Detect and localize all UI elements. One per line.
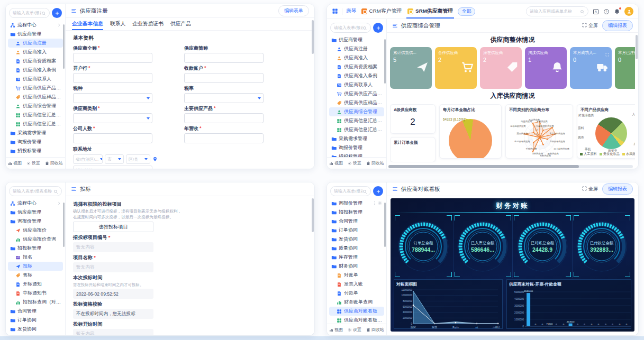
edit-report-button[interactable]: 编辑报表 — [602, 20, 633, 31]
menu-icon[interactable] — [392, 23, 398, 29]
input-供应商全称[interactable] — [73, 53, 152, 63]
stat-card-合作供应商[interactable]: 合作供应商 2 — [435, 47, 477, 89]
sidebar-item[interactable]: 供应商信息汇总（对... — [8, 120, 63, 128]
input-开户行[interactable] — [73, 73, 152, 83]
field-招投标项目编号[interactable]: 暂无内容 — [73, 242, 153, 252]
sidebar-item[interactable]: 供应商注册 — [329, 44, 384, 53]
field-投标开始时间[interactable]: 暂无内容 — [73, 329, 153, 335]
chart-card-category-radar[interactable]: 不同类别的供应商分布 0.250.50.751五金供应商木材供应商塑料原料供应商… — [505, 104, 573, 159]
sidebar-item[interactable]: 供应商供应样品管理 — [8, 93, 63, 102]
sidebar-scrollbar[interactable] — [384, 39, 386, 84]
sidebar-item[interactable]: 库存管理 — [329, 253, 384, 262]
select-省/自治区/...[interactable]: 省/自治区/... — [73, 154, 103, 164]
stat-card-累计供货供...[interactable]: 累计供货供... 5 — [390, 47, 432, 89]
sidebar-item[interactable]: 供应商综合管理 — [8, 102, 63, 111]
sidebar-item[interactable]: 中标通知书 — [8, 289, 63, 298]
sidebar-item[interactable]: 供应商准入条例 — [8, 66, 63, 75]
menu-icon[interactable] — [392, 186, 398, 192]
translate-icon[interactable]: A — [593, 8, 599, 15]
sidebar-item[interactable]: 供应商联系人 — [329, 80, 384, 89]
sidebar-item[interactable]: 供应商综合管理 — [329, 107, 384, 116]
sidebar-item[interactable]: 供应商管理 — [329, 35, 384, 44]
sidebar-item[interactable]: 投标 — [8, 262, 63, 271]
global-search-input[interactable]: 请输入应用或表单名称 — [526, 6, 588, 16]
sidebar-item[interactable]: 质量协同 — [329, 244, 384, 253]
sidebar-scrollbar[interactable] — [63, 203, 65, 247]
add-button[interactable] — [52, 8, 62, 18]
select-税率[interactable] — [184, 93, 264, 103]
sidebar-item[interactable]: 发票入账 — [329, 280, 384, 289]
sidebar-item[interactable]: 订单协同 — [329, 226, 384, 235]
sidebar-scrollbar[interactable] — [384, 203, 386, 247]
fullscreen-button[interactable]: 全屏 — [582, 186, 598, 192]
select-税种[interactable] — [73, 93, 152, 103]
sidebar-item[interactable]: 开标通知 — [8, 280, 63, 289]
sidebar-item[interactable]: 供应商供应产品管理 — [329, 89, 384, 98]
select-bid-project-button[interactable]: 选择投标项目 — [73, 222, 153, 232]
stat-card-潜在供应商[interactable]: 潜在供应商 2 — [480, 47, 522, 89]
sidebar-item[interactable]: 供应商资质档案 — [8, 57, 63, 66]
tab-企业资质证书[interactable]: 企业资质证书 — [132, 18, 164, 30]
sidebar-item[interactable]: 供应商资质档案 — [329, 62, 384, 71]
tab-企业基本信息[interactable]: 企业基本信息 — [72, 18, 103, 30]
footer-gear-button[interactable]: 设置 — [348, 160, 361, 166]
chart-card-monthly-order-pie[interactable]: 每月订单金额占比 64323 (8.16%) — [439, 104, 502, 159]
all-apps-pill[interactable]: 全部 — [458, 7, 476, 16]
apps-grid-icon[interactable] — [332, 7, 338, 16]
footer-trash-button[interactable]: 回收站 — [366, 327, 384, 333]
sidebar-item[interactable]: 报名 — [8, 253, 63, 262]
app-tab-CRM客户管理[interactable]: CRM客户管理 — [360, 4, 403, 19]
add-button[interactable] — [373, 23, 383, 33]
stat-card-淘汰供应商[interactable]: 淘汰供应商 1 — [525, 47, 567, 89]
sidebar-item[interactable]: 流程中心 — [8, 199, 63, 208]
sidebar-item[interactable]: 招投标管理 — [8, 146, 63, 155]
footer-gear-button[interactable]: 设置 — [348, 327, 361, 333]
more-icon[interactable] — [373, 201, 377, 206]
stat-card-本月已注册...[interactable]: 本月已注册... 0 — [615, 47, 635, 89]
chart-card-unreconciled-bar[interactable]: 供应商未对账-开票-付款金额 0 1000000 2000000 3000000… — [506, 279, 631, 329]
sidebar-search-input[interactable]: 请输入表单/报表名称 — [330, 23, 371, 33]
sidebar-item[interactable]: 供应商信息汇总查询 — [329, 116, 384, 125]
sidebar-item[interactable]: 流程中心 — [8, 21, 63, 30]
sidebar-item[interactable]: 供应商管理 — [8, 30, 63, 39]
tab-联系人[interactable]: 联系人 — [110, 18, 125, 30]
sidebar-item[interactable]: 供应商报价 — [8, 226, 63, 235]
sidebar-item[interactable]: 询报价管理 — [8, 137, 63, 146]
gauge-已入库总金额[interactable]: 已入库总金额 586646... — [453, 214, 513, 278]
gear-icon[interactable] — [378, 201, 382, 206]
sidebar-item[interactable]: 供应商注册 — [8, 39, 63, 48]
input-年营收[interactable] — [184, 133, 264, 143]
sidebar-item[interactable]: 招投标管理 — [329, 208, 384, 217]
edit-form-button[interactable]: 编辑表单 — [278, 5, 309, 16]
horizontal-scrollbar[interactable] — [388, 165, 633, 168]
select-供应商类别[interactable] — [73, 113, 152, 123]
sidebar-search-input[interactable]: 请输入表单/报表名称 — [330, 186, 371, 196]
stat-card-本月成功入...[interactable]: 本月成功入... 0 — [570, 47, 612, 89]
input-detail-address[interactable]: 详细地址 — [73, 166, 152, 169]
sidebar-item[interactable]: 供应商准入 — [329, 53, 384, 62]
sidebar-item[interactable]: 供应商联系人 — [8, 75, 63, 84]
sidebar-item[interactable]: 采购需求管理 — [329, 134, 384, 143]
footer-trash-button[interactable]: 回收站 — [366, 160, 384, 166]
chart-card-reconciliation-area[interactable]: 对账面积图 0 2000000 4000000 6000000 8000000 … — [394, 279, 503, 329]
gauge-已对账总金额[interactable]: 已对账总金额 24428.9 — [513, 214, 573, 278]
footer-chart-button[interactable]: 视图 — [329, 327, 343, 333]
sidebar-item[interactable]: 供应商准入条例 — [329, 71, 384, 80]
sidebar-item[interactable]: 订单协同 — [8, 316, 63, 325]
workspace-name[interactable]: 康琴 — [346, 8, 357, 15]
sidebar-item[interactable]: 财务协同 — [329, 262, 384, 271]
sidebar-item[interactable]: 供应商供应产品管理 — [8, 84, 63, 93]
sidebar-item[interactable]: 询报价管理 — [329, 199, 384, 208]
input-收款账户[interactable] — [184, 73, 264, 83]
sidebar-item[interactable]: 供应商信息汇总查询 — [8, 111, 63, 120]
sidebar-item[interactable]: 发货协同 — [329, 235, 384, 244]
footer-gear-button[interactable]: 设置 — [26, 160, 40, 166]
input-主要供应产品[interactable] — [184, 113, 264, 123]
chart-card-product-pie[interactable]: 不同产品供应商 鲜花绿植类人工原料原料肉类手机蔬菜类水果类人工原料美妆化妆品水果… — [577, 104, 635, 159]
footer-chart-button[interactable]: 视图 — [329, 160, 343, 166]
footer-chart-button[interactable]: 视图 — [8, 160, 22, 166]
main-scrollbar[interactable] — [312, 198, 314, 232]
sidebar-item[interactable]: 发货协同 — [8, 325, 63, 334]
main-scrollbar[interactable] — [312, 20, 314, 54]
main-scrollbar[interactable] — [636, 35, 638, 59]
